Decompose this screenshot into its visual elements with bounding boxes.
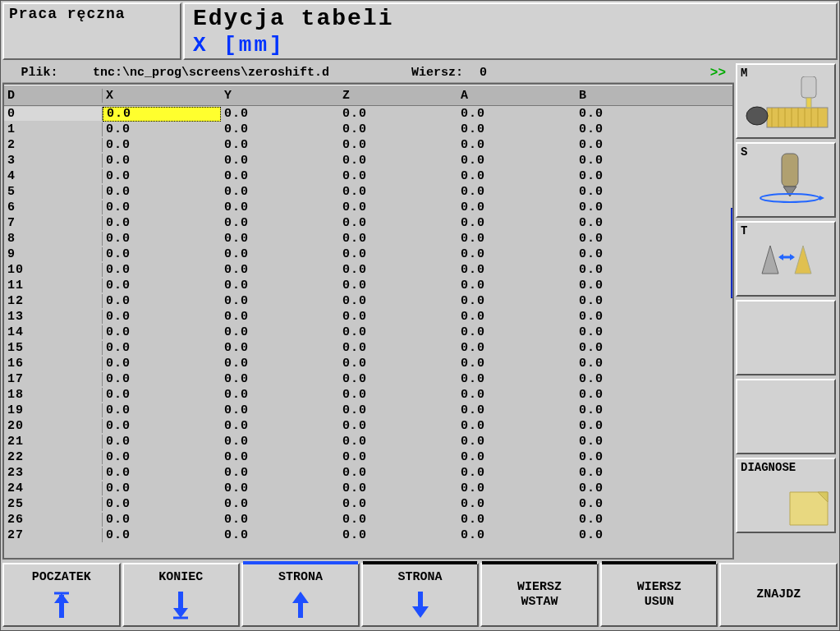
cell-z[interactable]: 0.0 [339, 528, 457, 542]
side-button-empty-2[interactable] [736, 379, 836, 454]
softkey-begin[interactable]: POCZATEK [2, 563, 121, 627]
cell-a[interactable]: 0.0 [457, 466, 576, 480]
table-row[interactable]: 30.00.00.00.00.0 [4, 153, 732, 168]
cell-b[interactable]: 0.0 [576, 513, 694, 527]
cell-d[interactable]: 8 [4, 232, 103, 246]
cell-x[interactable]: 0.0 [103, 200, 221, 214]
cell-a[interactable]: 0.0 [457, 216, 576, 230]
cell-z[interactable]: 0.0 [339, 497, 457, 511]
cell-x[interactable]: 0.0 [103, 357, 221, 371]
cell-y[interactable]: 0.0 [221, 528, 339, 542]
cell-b[interactable]: 0.0 [576, 185, 694, 199]
cell-z[interactable]: 0.0 [339, 435, 457, 449]
cell-y[interactable]: 0.0 [221, 232, 339, 246]
cell-y[interactable]: 0.0 [221, 481, 339, 495]
cell-a[interactable]: 0.0 [457, 513, 576, 527]
cell-x[interactable]: 0.0 [103, 419, 221, 433]
cell-z[interactable]: 0.0 [339, 122, 457, 136]
cell-d[interactable]: 12 [4, 294, 103, 308]
cell-a[interactable]: 0.0 [457, 247, 576, 261]
cell-x[interactable]: 0.0 [103, 435, 221, 449]
softkey-find[interactable]: ZNAJDZ [719, 563, 838, 627]
table-row[interactable]: 270.00.00.00.00.0 [4, 527, 732, 543]
cell-z[interactable]: 0.0 [339, 372, 457, 386]
table-row[interactable]: 40.00.00.00.00.0 [4, 168, 732, 184]
more-indicator[interactable]: >> [710, 63, 726, 83]
cell-x[interactable]: 0.0 [103, 481, 221, 495]
cell-z[interactable]: 0.0 [339, 279, 457, 292]
table-row[interactable]: 10.00.00.00.00.0 [4, 122, 732, 137]
cell-b[interactable]: 0.0 [576, 169, 694, 183]
cell-x[interactable]: 0.0 [103, 403, 221, 417]
table-row[interactable]: 100.00.00.00.00.0 [4, 262, 732, 278]
cell-x[interactable]: 0.0 [103, 528, 221, 542]
softkey-page-down[interactable]: STRONA [361, 563, 480, 627]
data-table[interactable]: D X Y Z A B 00.00.00.00.00.010.00.00.00.… [2, 83, 734, 560]
cell-b[interactable]: 0.0 [576, 341, 694, 355]
table-row[interactable]: 80.00.00.00.00.0 [4, 231, 732, 246]
table-row[interactable]: 260.00.00.00.00.0 [4, 512, 732, 527]
cell-d[interactable]: 6 [4, 200, 103, 214]
cell-z[interactable]: 0.0 [339, 341, 457, 355]
table-row[interactable]: 60.00.00.00.00.0 [4, 200, 732, 215]
cell-b[interactable]: 0.0 [576, 310, 694, 324]
cell-a[interactable]: 0.0 [457, 481, 576, 495]
cell-b[interactable]: 0.0 [576, 388, 694, 402]
cell-y[interactable]: 0.0 [221, 169, 339, 183]
cell-y[interactable]: 0.0 [221, 341, 339, 355]
cell-y[interactable]: 0.0 [221, 185, 339, 199]
cell-z[interactable]: 0.0 [339, 357, 457, 371]
cell-x[interactable]: 0.0 [103, 341, 221, 355]
cell-x[interactable]: 0.0 [103, 122, 221, 136]
cell-d[interactable]: 21 [4, 435, 103, 449]
cell-a[interactable]: 0.0 [457, 450, 576, 464]
cell-d[interactable]: 7 [4, 216, 103, 230]
cell-x[interactable]: 0.0 [103, 138, 221, 152]
cell-b[interactable]: 0.0 [576, 200, 694, 214]
cell-d[interactable]: 10 [4, 263, 103, 277]
cell-z[interactable]: 0.0 [339, 263, 457, 277]
cell-y[interactable]: 0.0 [221, 107, 339, 121]
cell-a[interactable]: 0.0 [457, 169, 576, 183]
side-button-s[interactable]: S [736, 142, 836, 218]
cell-b[interactable]: 0.0 [576, 232, 694, 246]
cell-x[interactable]: 0.0 [103, 450, 221, 464]
cell-a[interactable]: 0.0 [457, 185, 576, 199]
cell-z[interactable]: 0.0 [339, 513, 457, 527]
cell-d[interactable]: 1 [4, 122, 103, 136]
cell-z[interactable]: 0.0 [339, 450, 457, 464]
cell-y[interactable]: 0.0 [221, 388, 339, 402]
table-row[interactable]: 140.00.00.00.00.0 [4, 325, 732, 340]
cell-b[interactable]: 0.0 [576, 122, 694, 136]
cell-y[interactable]: 0.0 [221, 294, 339, 308]
cell-b[interactable]: 0.0 [576, 279, 694, 292]
table-row[interactable]: 170.00.00.00.00.0 [4, 371, 732, 387]
cell-y[interactable]: 0.0 [221, 263, 339, 277]
cell-b[interactable]: 0.0 [576, 247, 694, 261]
table-row[interactable]: 220.00.00.00.00.0 [4, 449, 732, 465]
side-button-t[interactable]: T [736, 221, 836, 297]
cell-b[interactable]: 0.0 [576, 481, 694, 495]
cell-d[interactable]: 3 [4, 154, 103, 168]
cell-x[interactable]: 0.0 [103, 185, 221, 199]
cell-x[interactable]: 0.0 [103, 263, 221, 277]
cell-z[interactable]: 0.0 [339, 325, 457, 339]
cell-d[interactable]: 22 [4, 450, 103, 464]
cell-a[interactable]: 0.0 [457, 200, 576, 214]
cell-d[interactable]: 17 [4, 372, 103, 386]
cell-b[interactable]: 0.0 [576, 372, 694, 386]
cell-a[interactable]: 0.0 [457, 435, 576, 449]
cell-d[interactable]: 5 [4, 185, 103, 199]
cell-a[interactable]: 0.0 [457, 497, 576, 511]
cell-b[interactable]: 0.0 [576, 466, 694, 480]
cell-b[interactable]: 0.0 [576, 403, 694, 417]
table-row[interactable]: 210.00.00.00.00.0 [4, 434, 732, 449]
cell-x[interactable]: 0.0 [103, 325, 221, 339]
cell-x[interactable]: 0.0 [103, 372, 221, 386]
cell-y[interactable]: 0.0 [221, 279, 339, 292]
cell-x[interactable]: 0.0 [103, 107, 221, 122]
cell-y[interactable]: 0.0 [221, 466, 339, 480]
cell-a[interactable]: 0.0 [457, 388, 576, 402]
cell-y[interactable]: 0.0 [221, 122, 339, 136]
cell-a[interactable]: 0.0 [457, 341, 576, 355]
